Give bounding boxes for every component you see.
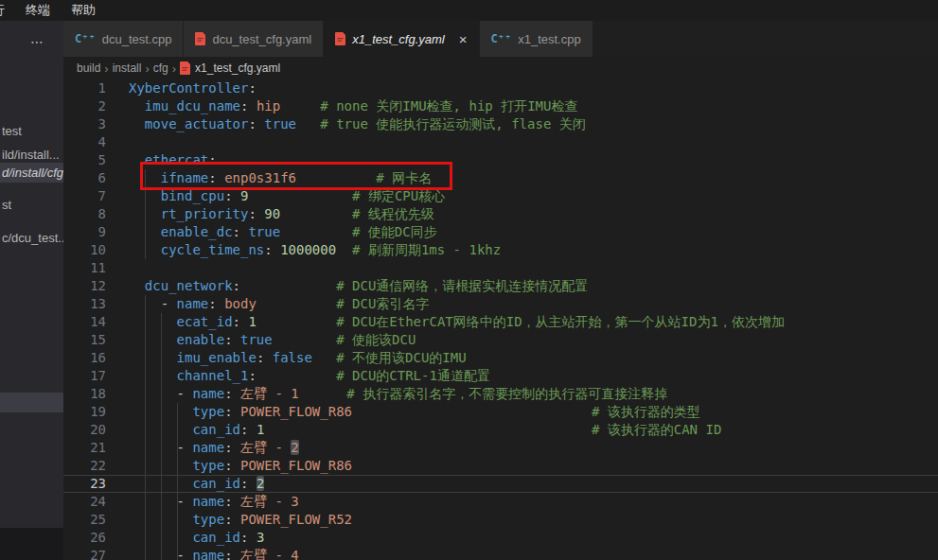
code-line[interactable]: 2 imu_dcu_name: hip # none 关闭IMU检查, hip … (63, 97, 938, 115)
code-line[interactable]: 27 - name: 左臂 - 4 (63, 547, 938, 560)
code-line[interactable]: 3 move_actuator: true # true 使能执行器运动测试, … (63, 115, 938, 133)
line-number: 8 (63, 205, 106, 223)
sidebar-highlight-row[interactable] (0, 393, 63, 412)
code-text: dcu_network: # DCU通信网络，请根据实机连接情况配置 (129, 277, 588, 295)
code-line[interactable]: 26 can_id: 3 (63, 529, 938, 547)
code-line[interactable]: 7 bind_cpu: 9 # 绑定CPU核心 (63, 187, 938, 205)
menu-bar: 行终端帮助 (0, 0, 938, 21)
menu-item[interactable]: 终端 (15, 0, 61, 21)
code-line[interactable]: 5 ethercat: (63, 151, 938, 169)
close-icon[interactable]: × (459, 32, 468, 46)
line-number: 11 (63, 259, 106, 277)
breadcrumb-separator-icon: › (104, 61, 108, 76)
code-text: can_id: 2 (129, 475, 264, 493)
code-line[interactable]: 16 imu_enable: false # 不使用该DCU的IMU (63, 349, 938, 367)
breadcrumb: build›install›cfg›x1_test_cfg.yaml (63, 57, 938, 79)
tab-label: x1_test_cfg.yaml (352, 32, 445, 46)
code-text: channel_1: # DCU的CTRL-1通道配置 (129, 367, 490, 385)
code-line[interactable]: 6 ifname: enp0s31f6 # 网卡名 (63, 169, 938, 187)
code-line[interactable]: 17 channel_1: # DCU的CTRL-1通道配置 (63, 367, 938, 385)
sidebar-bottom-panel (0, 528, 63, 560)
code-line[interactable]: 22 type: POWER_FLOW_R86 (63, 457, 938, 475)
code-text: cycle_time_ns: 1000000 # 刷新周期1ms - 1khz (129, 241, 501, 259)
code-text: - name: 左臂 - 4 (129, 547, 299, 560)
line-number: 7 (63, 187, 106, 205)
menu-item[interactable]: 行 (0, 0, 15, 21)
line-number: 12 (63, 277, 106, 295)
line-number: 13 (63, 295, 106, 313)
line-number: 2 (63, 97, 106, 115)
tab-label: dcu_test.cpp (102, 32, 172, 46)
line-number: 19 (63, 403, 106, 421)
breadcrumb-segment[interactable]: install (113, 61, 142, 75)
editor-tab-bar: ⋯ C⁺⁺dcu_test.cppdcu_test_cfg.yamlx1_tes… (63, 21, 938, 57)
code-text: ecat_id: 1 # DCU在EtherCAT网络中的ID，从主站开始，第一… (129, 313, 785, 331)
code-line[interactable]: 24 - name: 左臂 - 3 (63, 493, 938, 511)
sidebar-item[interactable]: d/install/cfg (0, 163, 63, 183)
code-line[interactable]: 21 - name: 左臂 - 2 (63, 439, 938, 457)
code-line[interactable]: 12 dcu_network: # DCU通信网络，请根据实机连接情况配置 (63, 277, 938, 295)
tab-x1_test.cpp[interactable]: C⁺⁺x1_test.cpp (480, 21, 593, 57)
tab-label: x1_test.cpp (518, 32, 581, 46)
code-line[interactable]: 10 cycle_time_ns: 1000000 # 刷新周期1ms - 1k… (63, 241, 938, 259)
code-line[interactable]: 4 (63, 133, 938, 151)
code-line[interactable]: 9 enable_dc: true # 使能DC同步 (63, 223, 938, 241)
code-line[interactable]: 23 can_id: 2 (63, 475, 938, 493)
code-line[interactable]: 13 - name: body # DCU索引名字 (63, 295, 938, 313)
line-number: 21 (63, 439, 106, 457)
line-number: 14 (63, 313, 106, 331)
line-number: 17 (63, 367, 106, 385)
code-line[interactable]: 8 rt_priority: 90 # 线程优先级 (63, 205, 938, 223)
code-line[interactable]: 18 - name: 左臂 - 1 # 执行器索引名字，不需要控制的执行器可直接… (63, 385, 938, 403)
breadcrumb-segment[interactable]: build (77, 61, 100, 75)
code-line[interactable]: 20 can_id: 1 # 该执行器的CAN ID (63, 421, 938, 439)
code-line[interactable]: 1XyberController: (63, 79, 938, 97)
code-lines: 1XyberController:2 imu_dcu_name: hip # n… (63, 79, 938, 560)
code-text: ethercat: (129, 151, 217, 169)
cpp-file-icon: C⁺⁺ (491, 32, 512, 45)
code-line[interactable]: 14 ecat_id: 1 # DCU在EtherCAT网络中的ID，从主站开始… (63, 313, 938, 331)
line-number: 9 (63, 223, 106, 241)
menu-item[interactable]: 帮助 (61, 0, 106, 21)
sidebar-item[interactable]: c/dcu_test... (0, 228, 63, 248)
line-number: 24 (63, 493, 106, 511)
sidebar-item[interactable]: test (0, 121, 63, 141)
code-text: can_id: 3 (129, 529, 264, 547)
cpp-file-icon: C⁺⁺ (75, 32, 96, 45)
sidebar-item[interactable]: ild/install... (0, 145, 63, 165)
code-text: ifname: enp0s31f6 # 网卡名 (129, 169, 432, 187)
line-number: 20 (63, 421, 106, 439)
code-text: rt_priority: 90 # 线程优先级 (129, 205, 434, 223)
code-text: XyberController: (129, 79, 257, 97)
breadcrumb-file-label: x1_test_cfg.yaml (195, 61, 280, 75)
code-line[interactable]: 11 (63, 259, 938, 277)
code-editor[interactable]: 1XyberController:2 imu_dcu_name: hip # n… (63, 79, 938, 560)
line-number: 16 (63, 349, 106, 367)
tab-dcu_test_cfg.yaml[interactable]: dcu_test_cfg.yaml (184, 21, 324, 57)
code-line[interactable]: 25 type: POWER_FLOW_R52 (63, 511, 938, 529)
line-number: 27 (63, 547, 106, 560)
line-number: 25 (63, 511, 106, 529)
code-text: - name: 左臂 - 2 (129, 439, 299, 457)
line-number: 5 (63, 151, 106, 169)
code-text: imu_enable: false # 不使用该DCU的IMU (129, 349, 467, 367)
more-actions-icon[interactable]: ⋯ (30, 34, 44, 49)
line-number: 3 (63, 115, 106, 133)
yaml-file-icon (180, 61, 190, 75)
code-text: move_actuator: true # true 使能执行器运动测试, fl… (129, 115, 586, 133)
breadcrumb-file[interactable]: x1_test_cfg.yaml (180, 61, 280, 75)
line-number: 15 (63, 331, 106, 349)
line-number: 6 (63, 169, 106, 187)
line-number: 22 (63, 457, 106, 475)
tab-label: dcu_test_cfg.yaml (212, 32, 311, 46)
code-line[interactable]: 15 enable: true # 使能该DCU (63, 331, 938, 349)
breadcrumb-separator-icon: › (145, 61, 149, 76)
breadcrumb-segment[interactable]: cfg (153, 61, 168, 75)
tab-dcu_test.cpp[interactable]: C⁺⁺dcu_test.cpp (63, 21, 184, 57)
line-number: 23 (63, 475, 106, 493)
tab-x1_test_cfg.yaml[interactable]: x1_test_cfg.yaml× (324, 21, 479, 57)
code-line[interactable]: 19 type: POWER_FLOW_R86 # 该执行器的类型 (63, 403, 938, 421)
sidebar-item[interactable]: st (0, 195, 63, 215)
code-text: type: POWER_FLOW_R52 (129, 511, 352, 529)
code-text: type: POWER_FLOW_R86 # 该执行器的类型 (129, 403, 700, 421)
